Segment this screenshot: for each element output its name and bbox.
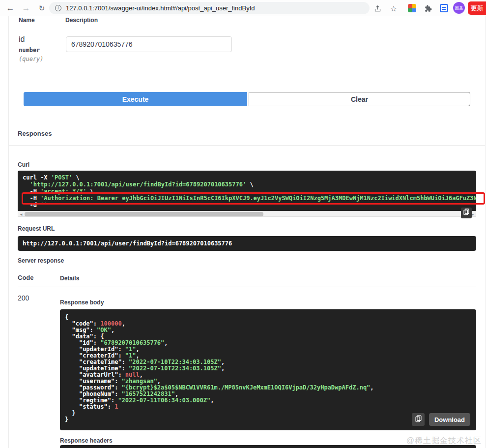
- profile-avatar[interactable]: 国圣: [453, 2, 465, 14]
- response-body-block: { "code": 100000, "msg": "OK", "data": {…: [60, 309, 476, 430]
- extension-icon-blue[interactable]: [440, 4, 448, 12]
- curl-label: Curl: [18, 161, 29, 168]
- extension-icon-colorful[interactable]: [408, 4, 416, 12]
- curl-command-block: curl -X 'POST' \ 'http://127.0.0.1:7001/…: [18, 171, 476, 211]
- bookmark-star-icon[interactable]: ☆: [387, 2, 400, 15]
- download-button[interactable]: Download: [429, 413, 470, 426]
- swagger-operation-panel: Name Description id number (query) Execu…: [8, 16, 486, 448]
- request-url-label: Request URL: [18, 225, 55, 232]
- copy-response-button[interactable]: [412, 413, 425, 426]
- param-type: number: [19, 47, 40, 54]
- scroll-left-arrow-icon[interactable]: ◀: [18, 212, 24, 216]
- address-url[interactable]: 127.0.0.1:7001/swagger-ui/index.html#/ap…: [66, 4, 255, 12]
- clipboard-icon: [463, 209, 469, 217]
- details-header: Details: [60, 275, 79, 282]
- status-code: 200: [18, 294, 29, 302]
- clear-button[interactable]: Clear: [249, 92, 470, 106]
- param-name: id: [19, 35, 25, 44]
- param-location: (query): [19, 56, 44, 62]
- curl-horizontal-scrollbar[interactable]: ◀ ▶: [18, 211, 476, 217]
- server-response-label: Server response: [18, 257, 64, 264]
- table-header-divider: [18, 287, 476, 287]
- share-icon[interactable]: [371, 2, 384, 15]
- forward-button[interactable]: →: [20, 2, 32, 15]
- response-body-label: Response body: [60, 299, 104, 306]
- responses-section-title: Responses: [18, 130, 52, 137]
- address-bar[interactable]: i 127.0.0.1:7001/swagger-ui/index.html#/…: [49, 2, 370, 14]
- site-info-icon[interactable]: i: [55, 5, 61, 11]
- scrollbar-thumb[interactable]: [25, 212, 263, 216]
- response-headers-label: Response headers: [60, 437, 113, 444]
- back-button[interactable]: ←: [4, 2, 17, 15]
- execute-button[interactable]: Execute: [24, 92, 247, 106]
- copy-curl-button[interactable]: [461, 208, 472, 218]
- browser-toolbar: ← → ↻ i 127.0.0.1:7001/swagger-ui/index.…: [0, 0, 486, 16]
- section-divider: [9, 145, 485, 146]
- clipboard-icon: [415, 415, 422, 424]
- request-url-block: http://127.0.0.1:7001/api/user/findById?…: [18, 236, 476, 251]
- param-id-input[interactable]: [66, 36, 232, 52]
- param-name-header: Name: [19, 17, 35, 24]
- update-button[interactable]: 更新: [468, 1, 486, 15]
- param-description-header: Description: [65, 17, 98, 24]
- watermark: @稀土掘金技术社区: [406, 436, 482, 446]
- code-header: Code: [18, 274, 34, 281]
- reload-button[interactable]: ↻: [35, 2, 48, 15]
- puzzle-icon[interactable]: [422, 2, 434, 15]
